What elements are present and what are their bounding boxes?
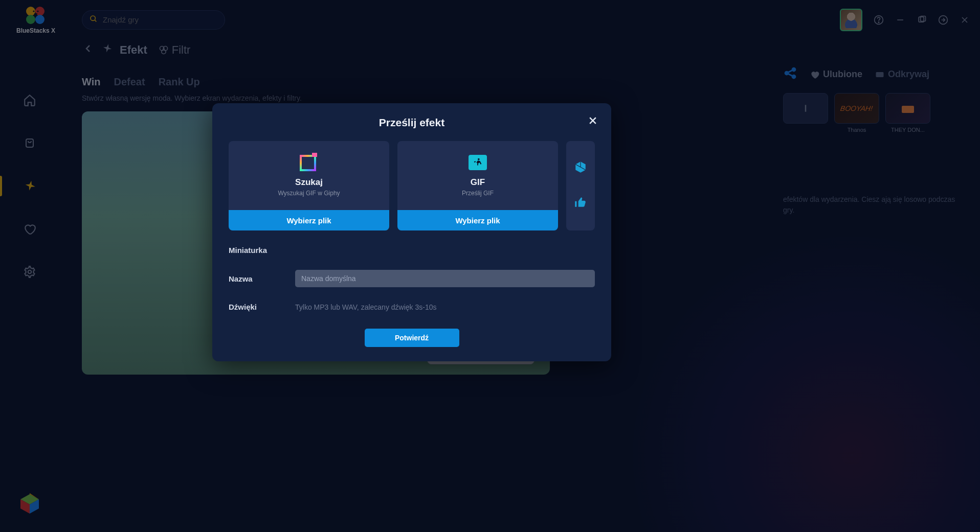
gif-icon bbox=[469, 155, 487, 173]
modal-side-actions bbox=[566, 141, 595, 230]
sounds-hint: Tylko MP3 lub WAV, zalecany dźwięk 3s-10… bbox=[295, 303, 437, 311]
confirm-button[interactable]: Potwierdź bbox=[365, 329, 459, 347]
name-input[interactable] bbox=[295, 270, 595, 287]
confirm-wrap: Potwierdź bbox=[229, 329, 595, 347]
upload-cards-row: Szukaj Wyszukaj GIF w Giphy Wybierz plik… bbox=[229, 141, 595, 230]
cube-icon[interactable] bbox=[574, 160, 587, 176]
giphy-card-sub: Wyszukaj GIF w Giphy bbox=[278, 190, 340, 197]
upload-effect-modal: Prześlij efekt Szukaj Wyszukaj GIF w Gip… bbox=[212, 103, 611, 361]
svg-point-36 bbox=[478, 158, 480, 160]
giphy-search-card: Szukaj Wyszukaj GIF w Giphy Wybierz plik bbox=[229, 141, 389, 230]
name-row: Nazwa bbox=[229, 270, 595, 287]
modal-title: Prześlij efekt bbox=[229, 117, 595, 129]
giphy-choose-button[interactable]: Wybierz plik bbox=[229, 210, 389, 230]
gif-card-title: GIF bbox=[471, 177, 485, 188]
gif-card-sub: Prześlij GIF bbox=[462, 190, 494, 197]
name-label: Nazwa bbox=[229, 274, 285, 283]
gif-choose-button[interactable]: Wybierz plik bbox=[397, 210, 558, 230]
sounds-label: Dźwięki bbox=[229, 303, 285, 311]
thumbs-up-icon[interactable] bbox=[574, 196, 587, 211]
gif-card-body: GIF Prześlij GIF bbox=[397, 141, 558, 210]
thumbnail-row: Miniaturka bbox=[229, 246, 595, 255]
giphy-card-title: Szukaj bbox=[295, 177, 323, 188]
gif-upload-card: GIF Prześlij GIF Wybierz plik bbox=[397, 141, 558, 230]
modal-close-icon[interactable] bbox=[588, 114, 598, 129]
thumbnail-label: Miniaturka bbox=[229, 246, 285, 255]
giphy-icon bbox=[300, 155, 318, 173]
giphy-card-body: Szukaj Wyszukaj GIF w Giphy bbox=[229, 141, 389, 210]
sounds-row: Dźwięki Tylko MP3 lub WAV, zalecany dźwi… bbox=[229, 303, 595, 311]
